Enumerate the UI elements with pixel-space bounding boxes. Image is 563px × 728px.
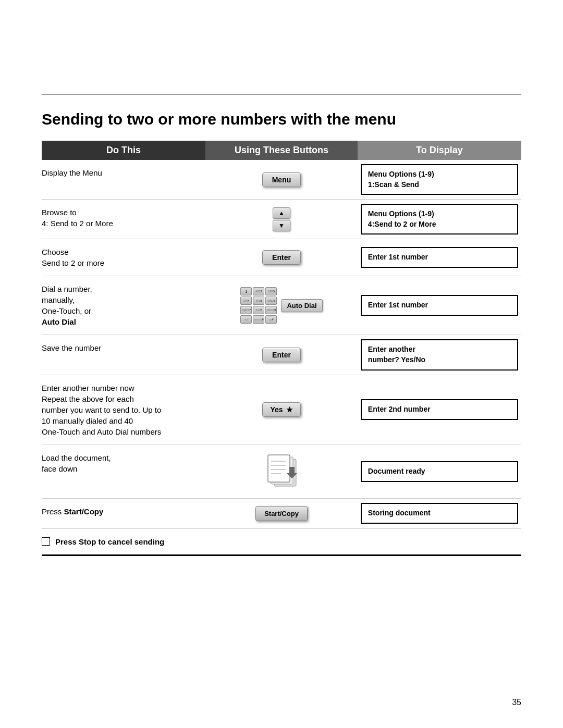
do-cell-1: Display the Menu [42, 160, 205, 200]
do-text-6a: Enter another number now [42, 384, 134, 392]
svg-rect-2 [268, 455, 290, 482]
start-copy-button[interactable]: Start/Copy [255, 506, 308, 521]
do-text-4b: manually, [42, 295, 75, 304]
do-text-5: Save the number [42, 343, 101, 352]
button-cell-5: Enter [205, 335, 358, 375]
page: Sending to two or more numbers with the … [0, 0, 563, 728]
table-row: Dial a number, manually, One-Touch, or A… [42, 276, 521, 335]
key-7[interactable]: PQRS7 [240, 306, 252, 314]
table-row: Load the document, face down [42, 445, 521, 498]
key-hash[interactable]: No# [265, 315, 277, 324]
page-number: 35 [512, 698, 521, 707]
key-1[interactable]: 1 [240, 287, 252, 295]
display-cell-4: Enter 1st number [358, 276, 521, 335]
key-4[interactable]: GHI4 [240, 297, 252, 305]
keypad-autodial-container: 1 ABC2 DEF3 GHI4 JKL5 MNO6 PQRS7 TUV8 WX… [209, 287, 354, 324]
button-cell-8: Start/Copy [205, 498, 358, 528]
table-row: Display the Menu Menu Menu Options (1-9)… [42, 160, 521, 200]
display-cell-5: Enter another number? Yes/No [358, 335, 521, 375]
do-text-4a: Dial a number, [42, 285, 92, 293]
do-text-2b: 4: Send to 2 or More [42, 219, 113, 228]
display-cell-6: Enter 2nd number [358, 375, 521, 445]
do-text-6e: One-Touch and Auto Dial numbers [42, 427, 161, 436]
up-arrow-button[interactable]: ▲ [273, 207, 290, 219]
display-box-4: Enter 1st number [361, 295, 518, 316]
do-cell-2: Browse to 4: Send to 2 or More [42, 200, 205, 239]
key-0[interactable]: Symbols0 [253, 315, 264, 324]
button-cell-7 [205, 445, 358, 498]
display-box-3: Enter 1st number [361, 247, 518, 268]
display-line1-7: Document ready [368, 467, 425, 475]
col-header-do: Do This [42, 141, 205, 160]
footer-text: Press Stop to cancel sending [55, 537, 164, 546]
table-row: Browse to 4: Send to 2 or More ▲ ▼ Menu … [42, 200, 521, 239]
key-3[interactable]: DEF3 [265, 287, 277, 295]
checkbox-icon [42, 537, 50, 546]
button-cell-6: Yes ★ [205, 375, 358, 445]
table-row: Choose Send to 2 or more Enter Enter 1st… [42, 239, 521, 276]
auto-dial-button[interactable]: Auto Dial [281, 299, 322, 312]
key-2[interactable]: ABC2 [253, 287, 264, 295]
key-6[interactable]: MNO6 [265, 297, 277, 305]
display-line1-8: Storing document [368, 509, 431, 517]
down-arrow-button[interactable]: ▼ [273, 220, 290, 231]
do-text-1: Display the Menu [42, 168, 102, 177]
col-header-display: To Display [358, 141, 521, 160]
footer-note: Press Stop to cancel sending [42, 537, 521, 546]
do-text-8b: Start/Copy [64, 507, 104, 516]
yes-label: Yes [270, 405, 283, 414]
do-text-7b: face down [42, 464, 77, 473]
do-cell-4: Dial a number, manually, One-Touch, or A… [42, 276, 205, 335]
display-line1-5: Enter another [368, 345, 415, 353]
display-cell-7: Document ready [358, 445, 521, 498]
display-line1-6: Enter 2nd number [368, 405, 431, 413]
display-box-5: Enter another number? Yes/No [361, 339, 518, 370]
display-line2-1: 1:Scan & Send [368, 180, 419, 189]
main-table: Do This Using These Buttons To Display D… [42, 141, 521, 529]
do-text-4c: One-Touch, or [42, 306, 91, 315]
star-symbol: ★ [286, 405, 293, 414]
bottom-rule [42, 554, 521, 556]
table-row: Save the number Enter Enter another numb… [42, 335, 521, 375]
section-title: Sending to two or more numbers with the … [42, 110, 521, 128]
key-star[interactable]: Yes* [240, 315, 252, 324]
do-cell-5: Save the number [42, 335, 205, 375]
do-text-7a: Load the document, [42, 453, 111, 462]
button-cell-1: Menu [205, 160, 358, 200]
arrow-container: ▲ ▼ [209, 207, 354, 231]
menu-button[interactable]: Menu [262, 172, 301, 187]
do-text-2a: Browse to [42, 208, 77, 217]
display-box-7: Document ready [361, 461, 518, 482]
display-line1-2: Menu Options (1-9) [368, 209, 434, 218]
display-line1-4: Enter 1st number [368, 301, 428, 309]
display-line2-2: 4:Send to 2 or More [368, 220, 436, 228]
do-cell-7: Load the document, face down [42, 445, 205, 498]
enter-button-1[interactable]: Enter [262, 250, 301, 265]
button-cell-4: 1 ABC2 DEF3 GHI4 JKL5 MNO6 PQRS7 TUV8 WX… [205, 276, 358, 335]
display-box-1: Menu Options (1-9) 1:Scan & Send [361, 164, 518, 195]
do-cell-8: Press Start/Copy [42, 498, 205, 528]
table-header-row: Do This Using These Buttons To Display [42, 141, 521, 160]
display-cell-1: Menu Options (1-9) 1:Scan & Send [358, 160, 521, 200]
top-rule [42, 94, 521, 95]
display-box-8: Storing document [361, 503, 518, 524]
enter-button-2[interactable]: Enter [262, 348, 301, 362]
display-box-2: Menu Options (1-9) 4:Send to 2 or More [361, 204, 518, 235]
do-text-8a: Press [42, 507, 64, 516]
key-9[interactable]: WXYZ9 [265, 306, 277, 314]
do-text-4d: Auto Dial [42, 317, 76, 326]
do-text-6b: Repeat the above for each [42, 394, 134, 403]
display-cell-8: Storing document [358, 498, 521, 528]
do-cell-3: Choose Send to 2 or more [42, 239, 205, 276]
display-line1-3: Enter 1st number [368, 253, 428, 261]
table-row: Enter another number now Repeat the abov… [42, 375, 521, 445]
do-text-6c: number you want to send to. Up to [42, 405, 161, 414]
col-header-buttons: Using These Buttons [205, 141, 358, 160]
do-text-3b: Send to 2 or more [42, 258, 104, 267]
yes-star-button[interactable]: Yes ★ [262, 402, 300, 417]
display-cell-3: Enter 1st number [358, 239, 521, 276]
button-cell-3: Enter [205, 239, 358, 276]
key-5[interactable]: JKL5 [253, 297, 264, 305]
key-8[interactable]: TUV8 [253, 306, 264, 314]
table-row: Press Start/Copy Start/Copy Storing docu… [42, 498, 521, 528]
